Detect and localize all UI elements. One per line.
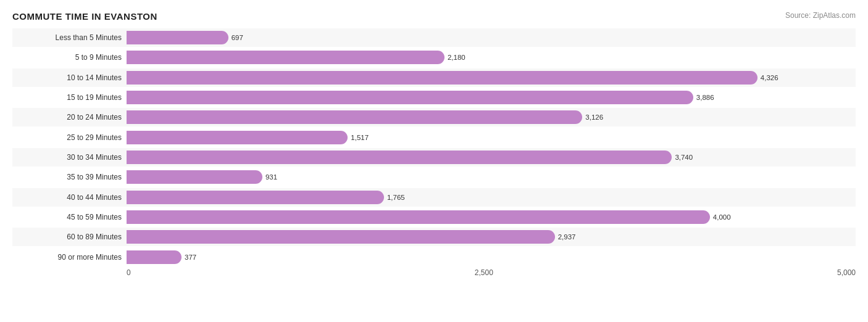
bar-fill bbox=[127, 191, 384, 204]
bar-row: 30 to 34 Minutes3,740 bbox=[12, 148, 856, 167]
bar-row: 5 to 9 Minutes2,180 bbox=[12, 48, 856, 67]
bar-label: 60 to 89 Minutes bbox=[12, 233, 127, 241]
axis-labels: 02,5005,000 bbox=[127, 268, 856, 277]
bar-track: 377 bbox=[127, 250, 856, 264]
bar-row: 20 to 24 Minutes3,126 bbox=[12, 108, 856, 126]
bar-row: 25 to 29 Minutes1,517 bbox=[12, 128, 856, 147]
bar-row: Less than 5 Minutes697 bbox=[12, 28, 856, 47]
bar-track: 4,326 bbox=[127, 71, 856, 85]
bar-value: 3,126 bbox=[585, 114, 603, 121]
bar-value: 4,000 bbox=[713, 213, 731, 221]
bar-row: 90 or more Minutes377 bbox=[12, 248, 856, 266]
bar-row: 40 to 44 Minutes1,765 bbox=[12, 188, 856, 207]
chart-container: COMMUTE TIME IN EVANSTON Source: ZipAtla… bbox=[0, 0, 868, 322]
bar-label: 20 to 24 Minutes bbox=[12, 113, 127, 122]
bar-track: 2,937 bbox=[127, 230, 856, 244]
chart-area: Less than 5 Minutes6975 to 9 Minutes2,18… bbox=[12, 28, 856, 277]
bar-track: 3,126 bbox=[127, 110, 856, 124]
bar-row: 10 to 14 Minutes4,326 bbox=[12, 68, 856, 87]
bar-track: 1,517 bbox=[127, 131, 856, 144]
bar-fill bbox=[127, 91, 693, 104]
bar-fill bbox=[127, 250, 182, 264]
bar-fill bbox=[127, 131, 348, 144]
bar-fill bbox=[127, 170, 262, 184]
bar-value: 2,180 bbox=[448, 54, 465, 61]
bar-label: 90 or more Minutes bbox=[12, 253, 127, 262]
bar-label: 5 to 9 Minutes bbox=[12, 53, 127, 62]
bar-label: 10 to 14 Minutes bbox=[12, 73, 127, 82]
bar-row: 60 to 89 Minutes2,937 bbox=[12, 228, 856, 246]
bar-fill bbox=[127, 51, 444, 64]
bar-track: 3,886 bbox=[127, 91, 856, 104]
bar-track: 3,740 bbox=[127, 151, 856, 164]
bar-value: 931 bbox=[265, 173, 277, 181]
axis-label: 2,500 bbox=[475, 268, 493, 277]
bar-track: 931 bbox=[127, 170, 856, 184]
bar-label: 15 to 19 Minutes bbox=[12, 93, 127, 102]
bar-label: 30 to 34 Minutes bbox=[12, 153, 127, 162]
chart-title: COMMUTE TIME IN EVANSTON bbox=[12, 11, 856, 22]
bar-fill bbox=[127, 210, 710, 224]
bar-value: 1,765 bbox=[387, 194, 405, 201]
bar-row: 15 to 19 Minutes3,886 bbox=[12, 88, 856, 107]
bar-label: 25 to 29 Minutes bbox=[12, 133, 127, 142]
bar-rows: Less than 5 Minutes6975 to 9 Minutes2,18… bbox=[12, 28, 856, 267]
bar-value: 1,517 bbox=[351, 134, 369, 141]
bar-track: 1,765 bbox=[127, 191, 856, 204]
bar-row: 45 to 59 Minutes4,000 bbox=[12, 208, 856, 226]
bar-label: 45 to 59 Minutes bbox=[12, 213, 127, 221]
chart-source: Source: ZipAtlas.com bbox=[785, 11, 856, 20]
bar-value: 3,740 bbox=[675, 154, 693, 161]
axis-area: 02,5005,000 bbox=[12, 268, 856, 277]
bar-track: 697 bbox=[127, 31, 856, 44]
axis-label: 5,000 bbox=[837, 268, 856, 277]
bar-value: 3,886 bbox=[696, 94, 714, 101]
bar-label: 40 to 44 Minutes bbox=[12, 193, 127, 202]
bar-value: 2,937 bbox=[558, 233, 576, 241]
bar-fill bbox=[127, 31, 228, 44]
bar-fill bbox=[127, 151, 672, 164]
bar-fill bbox=[127, 110, 582, 124]
bar-track: 2,180 bbox=[127, 51, 856, 64]
bar-value: 697 bbox=[232, 34, 243, 41]
bar-row: 35 to 39 Minutes931 bbox=[12, 168, 856, 186]
bar-label: 35 to 39 Minutes bbox=[12, 173, 127, 181]
bar-track: 4,000 bbox=[127, 210, 856, 224]
axis-label: 0 bbox=[127, 268, 131, 277]
bar-value: 4,326 bbox=[761, 74, 778, 81]
bar-fill bbox=[127, 230, 555, 244]
bar-fill bbox=[127, 71, 757, 85]
bar-value: 377 bbox=[185, 254, 196, 261]
bar-label: Less than 5 Minutes bbox=[12, 33, 127, 42]
